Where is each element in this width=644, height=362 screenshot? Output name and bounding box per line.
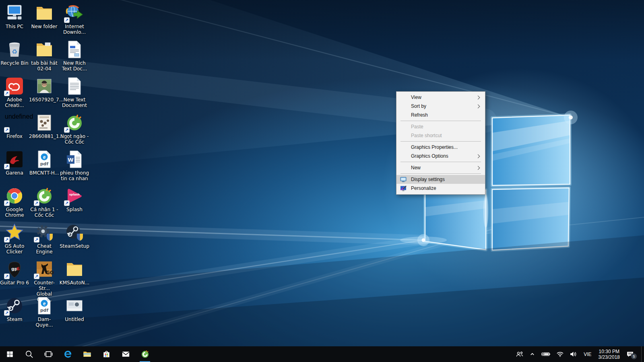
menu-item-view[interactable]: View [396, 93, 485, 102]
taskbar-button-mail[interactable] [116, 346, 135, 362]
csgo-icon: GO [35, 259, 54, 279]
desktop-icon-label: 28660881_1... [29, 134, 60, 139]
taskbar-button-edge[interactable] [58, 346, 77, 362]
windows-logo-icon [6, 350, 14, 358]
desktop-icon-recycle-bin[interactable]: ♻Recycle Bin [0, 40, 30, 66]
screen: This PCNew folderInternet Downlo...♻Recy… [0, 0, 644, 362]
menu-item-label: View [411, 95, 421, 100]
menu-item-display-settings[interactable]: Display settings [396, 175, 485, 184]
taskbar-button-store[interactable] [97, 346, 116, 362]
desktop-icon-ca-nhan-coc-coc[interactable]: Cá nhân 1 - Cốc Cốc [29, 186, 60, 218]
desktop-icon-gs-auto-clicker[interactable]: GS Auto Clicker [0, 223, 30, 255]
menu-item-refresh[interactable]: Refresh [396, 111, 485, 119]
menu-item-personalize[interactable]: Personalize [396, 184, 485, 193]
word-document-icon: W [65, 150, 84, 169]
desktop-icon-photo-28660881[interactable]: 28660881_1... [29, 113, 60, 139]
menu-item-new[interactable]: New [396, 163, 485, 172]
menu-item-graphics-options[interactable]: Graphics Options [396, 152, 485, 160]
desktop-icon-tab-bai-hat[interactable]: tab bài hát 02-04 [29, 40, 60, 72]
folder-icon [35, 3, 54, 23]
submenu-chevron-icon [476, 154, 480, 158]
desktop-icon-splash[interactable]: splashSplash [59, 186, 90, 212]
menu-item-sort-by[interactable]: Sort by [396, 102, 485, 111]
desktop-icon-new-folder[interactable]: New folder [29, 3, 60, 29]
shortcut-arrow-icon [4, 237, 10, 243]
svg-text:W: W [68, 157, 73, 163]
idm-globe-arrow-icon [65, 3, 84, 23]
volume-icon[interactable] [567, 346, 580, 362]
desktop-icon-steam-setup[interactable]: SteamSetup [59, 223, 90, 249]
steam-setup-icon [65, 223, 84, 242]
shortcut-arrow-icon [4, 274, 10, 279]
svg-text:e: e [43, 154, 45, 160]
desktop-icon-label: New Rich Text Doc... [59, 60, 90, 72]
shortcut-arrow-icon [4, 200, 10, 206]
menu-separator [400, 121, 481, 121]
edge-icon [63, 350, 72, 359]
desktop-icon-guitar-pro-6[interactable]: gp6Guitar Pro 6 [0, 259, 30, 286]
shortcut-arrow-icon [64, 200, 70, 206]
desktop-icon-ngot-ngao-coc-coc[interactable]: Ngọt ngào - Cốc Cốc [59, 113, 90, 145]
svg-text:e: e [43, 300, 45, 306]
show-desktop-button[interactable] [641, 346, 644, 362]
personalize-icon [400, 185, 407, 191]
desktop-icon-photo-16507920[interactable]: 16507920_7... [29, 76, 60, 103]
desktop-icon-phieu-thong-tin[interactable]: Wphieu thong tin ca nhan [59, 150, 90, 181]
desktop-icon-label: KMSAutoN... [59, 280, 90, 286]
action-center-icon[interactable]: 5 [623, 346, 639, 362]
cheat-engine-icon [35, 223, 54, 242]
desktop-icon-google-chrome[interactable]: Google Chrome [0, 186, 30, 218]
splash-icon: splash [65, 186, 84, 206]
clock[interactable]: 10:30 PM 3/23/2018 [595, 349, 623, 360]
taskbar: VIE 10:30 PM 3/23/2018 5 [0, 346, 644, 362]
file-explorer-icon [83, 350, 92, 359]
desktop-icon-kmsauto[interactable]: KMSAutoN... [59, 259, 90, 286]
menu-separator [400, 173, 481, 174]
recycle-bin-icon: ♻ [5, 40, 24, 59]
menu-item-label: Graphics Options [411, 153, 448, 159]
shortcut-arrow-icon [34, 237, 39, 243]
taskbar-button-coccoc[interactable] [135, 346, 155, 362]
desktop-icon-label: Splash [59, 207, 90, 212]
desktop-icon-untitled[interactable]: Untitled [59, 296, 90, 322]
desktop-icon-label: Untitled [59, 317, 90, 322]
menu-item-label: Graphics Properties... [411, 144, 458, 150]
desktop-icon-label: BMCNTT-H... [29, 170, 60, 176]
menu-item-paste: Paste [396, 122, 485, 131]
desktop-icon-internet-download-manager[interactable]: Internet Downlo... [59, 3, 90, 35]
language-indicator[interactable]: VIE [580, 352, 595, 357]
desktop-icon-dam-quye-pdf[interactable]: epdfDam-Quye... [29, 296, 60, 328]
menu-item-label: New [411, 165, 421, 171]
desktop-icon-steam[interactable]: Steam [0, 296, 30, 322]
desktop-icon-cheat-engine[interactable]: Cheat Engine [29, 223, 60, 255]
desktop-icon-adobe-creative-cloud[interactable]: Adobe Creati... [0, 76, 30, 108]
desktop-icon-firefox[interactable]: undefinedFirefox [0, 113, 30, 139]
taskbar-button-start[interactable] [0, 346, 19, 362]
desktop-icon-new-text-document[interactable]: New Text Document [59, 76, 90, 108]
taskbar-button-file-explorer[interactable] [77, 346, 97, 362]
text-document-icon [65, 76, 84, 96]
wifi-icon[interactable] [553, 346, 567, 362]
hidden-icons-chevron-icon[interactable] [526, 346, 538, 362]
mail-icon [121, 350, 130, 359]
shortcut-arrow-icon [34, 200, 39, 206]
menu-item-label: Paste [411, 124, 423, 130]
taskbar-button-task-view[interactable] [39, 346, 58, 362]
submenu-chevron-icon [476, 166, 480, 170]
desktop-icon-bmcntt-pdf[interactable]: epdfBMCNTT-H... [29, 150, 60, 176]
svg-text:pdf: pdf [40, 161, 49, 167]
image-thumbnail-icon [65, 296, 84, 315]
desktop-icon-label: Garena [0, 170, 30, 176]
menu-separator [400, 141, 481, 142]
taskbar-button-search[interactable] [19, 346, 39, 362]
menu-item-graphics-properties[interactable]: Graphics Properties... [396, 143, 485, 152]
menu-item-label: Personalize [411, 185, 436, 191]
people-icon[interactable] [513, 346, 526, 362]
menu-separator [400, 162, 481, 162]
desktop-icon-garena[interactable]: Garena [0, 150, 30, 176]
battery-icon[interactable] [538, 346, 553, 362]
desktop-background[interactable]: This PCNew folderInternet Downlo...♻Recy… [0, 0, 644, 346]
desktop-icon-new-rich-text-document[interactable]: New Rich Text Doc... [59, 40, 90, 72]
store-icon [102, 350, 111, 359]
desktop-icon-this-pc[interactable]: This PC [0, 3, 30, 29]
